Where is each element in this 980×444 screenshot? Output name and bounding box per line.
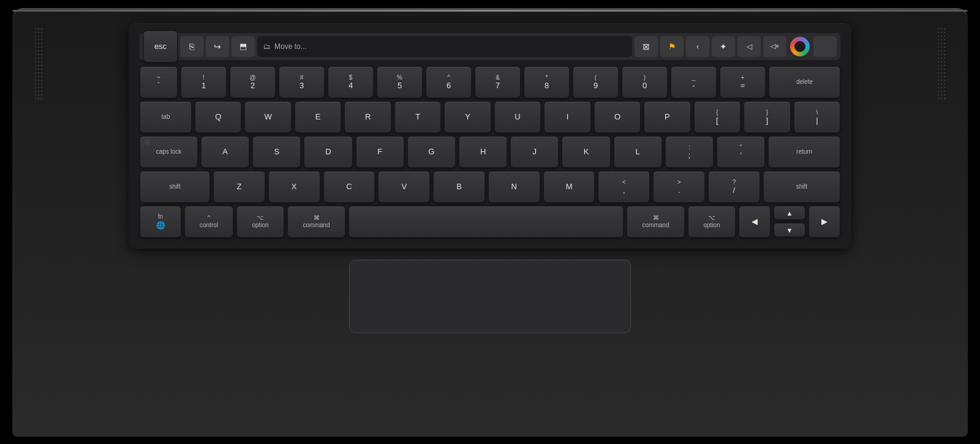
key-8[interactable]: *8 — [524, 66, 570, 98]
tb-brightness-key[interactable]: ✦ — [712, 36, 735, 57]
trash-icon: ⊠ — [643, 42, 650, 51]
touchbar: esc ⎘ ↪ ⬒ 🗂 Move to... ⊠ ⚑ ‹ — [140, 33, 840, 60]
key-b[interactable]: B — [433, 171, 485, 203]
key-space[interactable] — [349, 206, 624, 238]
key-r[interactable]: R — [344, 101, 391, 133]
key-j[interactable]: J — [510, 136, 559, 168]
tb-archive-key[interactable]: ⬒ — [232, 36, 255, 57]
key-5[interactable]: %5 — [377, 66, 423, 98]
key-w[interactable]: W — [244, 101, 291, 133]
key-backtick[interactable]: ~ ` — [140, 66, 178, 98]
key-1[interactable]: !1 — [181, 66, 227, 98]
key-tab[interactable]: tab — [140, 101, 192, 133]
archive-icon: ⬒ — [239, 42, 247, 51]
key-x[interactable]: X — [268, 171, 320, 203]
key-n[interactable]: N — [488, 171, 540, 203]
key-period[interactable]: >. — [653, 171, 705, 203]
key-quote[interactable]: "' — [717, 136, 765, 168]
qwerty-row: tab Q W E R T Y U I O P {[ }] \| — [140, 101, 840, 133]
key-a[interactable]: A — [201, 136, 249, 168]
speaker-left — [29, 28, 48, 151]
key-q[interactable]: Q — [195, 101, 241, 133]
key-arrow-up[interactable]: ▲ — [774, 206, 805, 220]
key-arrow-right[interactable]: ▶ — [809, 206, 840, 238]
key-command-left[interactable]: ⌘ command — [287, 206, 345, 238]
key-t[interactable]: T — [394, 101, 441, 133]
key-arrow-down[interactable]: ▼ — [774, 223, 805, 237]
left-arrow-icon: ‹ — [696, 42, 699, 51]
key-fn[interactable]: fn 🌐 — [140, 206, 181, 238]
tb-last-key[interactable] — [813, 36, 837, 57]
laptop-body: esc ⎘ ↪ ⬒ 🗂 Move to... ⊠ ⚑ ‹ — [12, 8, 968, 437]
key-3[interactable]: #3 — [279, 66, 325, 98]
keyboard-rows: ~ ` !1 @2 #3 $4 %5 — [140, 66, 840, 238]
tb-moveto-bar[interactable]: 🗂 Move to... — [257, 36, 632, 57]
key-control[interactable]: ⌃ control — [184, 206, 233, 238]
key-return[interactable]: return — [768, 136, 840, 168]
volume-mute-icon: ◁× — [771, 42, 779, 50]
key-rbracket[interactable]: }] — [744, 101, 790, 133]
key-delete[interactable]: delete — [769, 66, 840, 98]
key-7[interactable]: &7 — [475, 66, 521, 98]
key-p[interactable]: P — [644, 101, 690, 133]
key-arrow-left[interactable]: ◀ — [739, 206, 771, 238]
key-s[interactable]: S — [252, 136, 301, 168]
key-option-left[interactable]: ⌥ option — [236, 206, 284, 238]
tb-vol-down-key[interactable]: ◁ — [737, 36, 761, 57]
trackpad[interactable] — [349, 260, 631, 333]
key-m[interactable]: M — [543, 171, 595, 203]
number-row: ~ ` !1 @2 #3 $4 %5 — [140, 66, 840, 98]
reply-icon: ↪ — [214, 42, 221, 51]
key-lbracket[interactable]: {[ — [694, 101, 741, 133]
moveto-label: Move to... — [274, 42, 307, 51]
key-9[interactable]: (9 — [573, 66, 619, 98]
key-backslash[interactable]: \| — [794, 101, 840, 133]
key-2[interactable]: @2 — [230, 66, 276, 98]
key-e[interactable]: E — [295, 101, 341, 133]
key-z[interactable]: Z — [213, 171, 265, 203]
flag-icon: ⚑ — [668, 42, 676, 51]
siri-inner-circle — [794, 41, 805, 52]
key-command-right[interactable]: ⌘ command — [627, 206, 685, 238]
volume-down-icon: ◁ — [747, 42, 752, 51]
key-l[interactable]: L — [614, 136, 662, 168]
key-comma[interactable]: <, — [598, 171, 650, 203]
key-shift-left[interactable]: shift — [140, 171, 210, 203]
key-h[interactable]: H — [459, 136, 507, 168]
tb-flag-key[interactable]: ⚑ — [660, 36, 684, 57]
key-y[interactable]: Y — [444, 101, 491, 133]
asdf-row: caps lock A S D F G H J K L :; "' return — [140, 136, 840, 168]
key-u[interactable]: U — [494, 101, 541, 133]
key-g[interactable]: G — [407, 136, 456, 168]
bottom-row: fn 🌐 ⌃ control ⌥ option — [140, 206, 840, 238]
key-shift-right[interactable]: shift — [763, 171, 840, 203]
key-f[interactable]: F — [356, 136, 404, 168]
key-equals[interactable]: += — [720, 66, 766, 98]
brightness-icon: ✦ — [720, 42, 727, 51]
key-option-right[interactable]: ⌥ option — [688, 206, 736, 238]
key-backtick-label: ~ ` — [157, 75, 160, 89]
tb-compose-key[interactable]: ⎘ — [180, 36, 203, 57]
siri-button[interactable] — [790, 37, 810, 56]
arrow-keys: ◀ ▲ ▼ ▶ — [739, 206, 840, 238]
tb-vol-mute-key[interactable]: ◁× — [763, 36, 786, 57]
key-capslock[interactable]: caps lock — [140, 136, 198, 168]
tb-siri-key[interactable] — [789, 36, 811, 57]
keyboard-area: esc ⎘ ↪ ⬒ 🗂 Move to... ⊠ ⚑ ‹ — [129, 23, 851, 249]
key-d[interactable]: D — [304, 136, 352, 168]
key-i[interactable]: I — [544, 101, 590, 133]
key-o[interactable]: O — [594, 101, 641, 133]
tb-left-arrow-key[interactable]: ‹ — [686, 36, 709, 57]
tb-reply-key[interactable]: ↪ — [206, 36, 229, 57]
key-6[interactable]: ^6 — [426, 66, 472, 98]
tb-trash-key[interactable]: ⊠ — [635, 36, 658, 57]
key-v[interactable]: V — [378, 171, 430, 203]
key-4[interactable]: $4 — [328, 66, 374, 98]
esc-key[interactable]: esc — [143, 31, 178, 62]
key-k[interactable]: K — [562, 136, 610, 168]
key-0[interactable]: )0 — [622, 66, 668, 98]
key-minus[interactable]: _- — [671, 66, 717, 98]
key-semicolon[interactable]: :; — [665, 136, 714, 168]
key-c[interactable]: C — [323, 171, 375, 203]
key-slash[interactable]: ?/ — [708, 171, 760, 203]
